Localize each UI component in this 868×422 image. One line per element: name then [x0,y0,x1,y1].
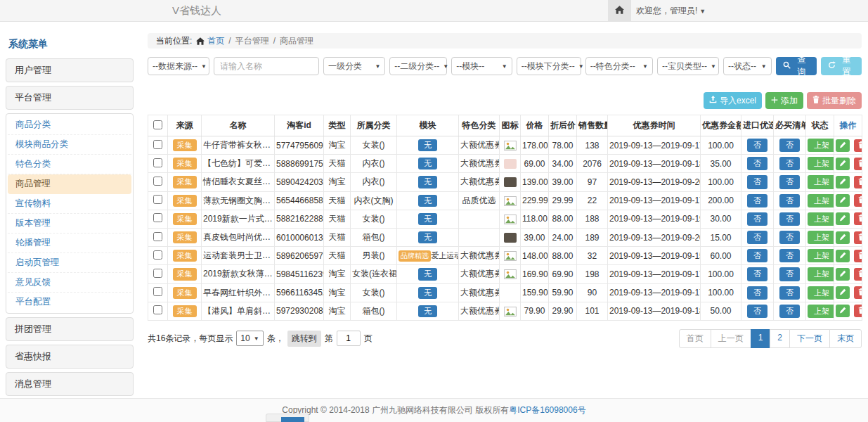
sidebar-group-messages[interactable]: 消息管理 [6,372,134,396]
edit-button[interactable] [836,268,850,281]
pager-next[interactable]: 下一页 [789,329,830,348]
add-button[interactable]: 添加 [765,92,803,109]
delete-button[interactable] [854,176,862,188]
status-toggle[interactable]: 上架 [808,139,834,152]
import-select-toggle[interactable]: 否 [747,286,767,300]
edit-button[interactable] [836,176,850,188]
sidebar-item-feedback[interactable]: 意见反馈 [8,273,131,293]
status-toggle[interactable]: 上架 [808,305,834,318]
sidebar-item-module-product-category[interactable]: 模块商品分类 [8,135,131,155]
sidebar-group-group-buy[interactable]: 拼团管理 [6,317,134,341]
jump-button[interactable]: 跳转到 [287,331,321,347]
must-buy-toggle[interactable]: 否 [779,139,800,152]
must-buy-toggle[interactable]: 否 [779,212,800,226]
row-checkbox[interactable] [153,287,162,296]
row-checkbox[interactable] [153,250,162,260]
edit-button[interactable] [836,158,850,170]
sidebar-item-platform-config[interactable]: 平台配置 [8,293,131,312]
status-toggle[interactable]: 上架 [808,194,834,207]
import-select-toggle[interactable]: 否 [747,267,767,281]
must-buy-toggle[interactable]: 否 [779,267,800,281]
delete-button[interactable] [854,158,862,170]
status-toggle[interactable]: 上架 [808,212,834,226]
status-toggle[interactable]: 上架 [808,175,834,188]
import-select-toggle[interactable]: 否 [747,305,767,318]
filter-name-input[interactable] [214,57,319,75]
edit-button[interactable] [836,231,850,244]
delete-button[interactable] [854,231,862,244]
sidebar-item-promo-materials[interactable]: 宣传物料 [8,194,131,214]
pager-first[interactable]: 首页 [679,329,711,348]
sidebar-group-platform-management[interactable]: 平台管理 [6,86,134,110]
pager-prev[interactable]: 上一页 [711,329,751,348]
sidebar-item-product-management[interactable]: 商品管理 [8,174,131,194]
breadcrumb-home-link[interactable]: 首页 [207,35,224,47]
pager-last[interactable]: 末页 [829,329,862,348]
must-buy-toggle[interactable]: 否 [779,175,800,188]
filter-data-source-select[interactable]: --数据来源--▼ [148,57,209,75]
edit-button[interactable] [836,139,850,152]
delete-button[interactable] [854,139,862,152]
edit-button[interactable] [836,250,850,262]
delete-button[interactable] [854,250,862,262]
row-checkbox[interactable] [153,140,162,149]
import-select-toggle[interactable]: 否 [747,194,767,207]
sidebar-item-version-management[interactable]: 版本管理 [8,214,131,234]
sidebar-item-product-category[interactable]: 商品分类 [8,115,131,135]
filter-featured-category-select[interactable]: --特色分类--▼ [585,57,653,75]
must-buy-toggle[interactable]: 否 [779,249,800,262]
edit-button[interactable] [836,305,850,317]
pager-page-2[interactable]: 2 [770,329,790,348]
import-select-toggle[interactable]: 否 [747,157,767,170]
delete-button[interactable] [854,286,862,299]
sidebar-group-saving-news[interactable]: 省惠快报 [6,345,134,369]
sidebar-item-splash-page[interactable]: 启动页管理 [8,253,131,273]
status-toggle[interactable]: 上架 [808,286,834,300]
delete-button[interactable] [854,305,862,317]
edit-button[interactable] [836,212,850,225]
reset-button[interactable]: 重置 [821,57,862,75]
edit-button[interactable] [836,194,850,207]
row-checkbox[interactable] [153,213,162,222]
filter-level1-category-select[interactable]: 一级分类▼ [323,57,385,75]
delete-button[interactable] [854,212,862,225]
row-checkbox[interactable] [153,177,162,186]
batch-delete-button[interactable]: 批量删除 [807,92,862,109]
must-buy-toggle[interactable]: 否 [779,305,800,318]
row-checkbox[interactable] [153,269,162,278]
must-buy-toggle[interactable]: 否 [779,157,800,170]
row-checkbox[interactable] [153,158,162,167]
import-select-toggle[interactable]: 否 [747,231,767,244]
sidebar-item-carousel-management[interactable]: 轮播管理 [8,234,131,253]
home-nav-button[interactable] [608,0,631,21]
filter-module-subcategory-select[interactable]: --模块下分类--▼ [517,57,581,75]
edit-button[interactable] [836,286,850,299]
search-button[interactable]: 查询 [776,57,817,75]
must-buy-toggle[interactable]: 否 [779,286,800,300]
import-select-toggle[interactable]: 否 [747,175,767,188]
row-checkbox[interactable] [153,305,162,314]
jump-page-input[interactable] [337,331,361,346]
filter-module-select[interactable]: --模块--▼ [451,57,512,75]
user-menu[interactable]: 欢迎您，管理员!▼ [636,0,706,22]
must-buy-toggle[interactable]: 否 [779,194,800,207]
select-all-checkbox[interactable] [153,120,162,129]
status-toggle[interactable]: 上架 [808,267,834,281]
filter-status-select[interactable]: --状态--▼ [723,57,772,75]
must-buy-toggle[interactable]: 否 [779,231,800,244]
status-toggle[interactable]: 上架 [808,231,834,244]
row-checkbox[interactable] [153,232,162,241]
filter-item-type-select[interactable]: --宝贝类型--▼ [657,57,719,75]
import-excel-button[interactable]: 导入excel [704,92,762,109]
delete-button[interactable] [854,194,862,207]
import-select-toggle[interactable]: 否 [747,249,767,262]
import-select-toggle[interactable]: 否 [747,212,767,226]
filter-level2-category-select[interactable]: --二级分类--▼ [389,57,447,75]
pager-page-1[interactable]: 1 [751,329,771,348]
sidebar-item-featured-category[interactable]: 特色分类 [8,155,131,174]
per-page-select[interactable]: 10▼ [236,331,263,346]
icp-link[interactable]: 粤ICP备16098006号 [509,404,585,416]
import-select-toggle[interactable]: 否 [747,139,767,152]
status-toggle[interactable]: 上架 [808,157,834,170]
row-checkbox[interactable] [153,195,162,204]
